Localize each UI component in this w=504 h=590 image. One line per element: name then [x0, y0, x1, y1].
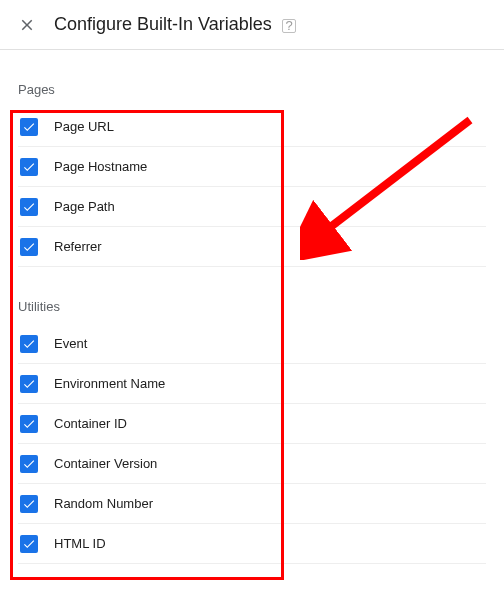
check-icon — [22, 377, 36, 391]
variable-label: Page URL — [54, 119, 114, 134]
help-icon[interactable]: ? — [282, 19, 296, 33]
dialog-title-wrap: Configure Built-In Variables ? — [54, 14, 296, 35]
variable-label: Environment Name — [54, 376, 165, 391]
checkbox-event[interactable] — [20, 335, 38, 353]
checkbox-referrer[interactable] — [20, 238, 38, 256]
check-icon — [22, 417, 36, 431]
section-header-pages: Pages — [18, 76, 486, 107]
check-icon — [22, 457, 36, 471]
close-button[interactable] — [18, 16, 36, 34]
check-icon — [22, 337, 36, 351]
check-icon — [22, 160, 36, 174]
variable-label: Random Number — [54, 496, 153, 511]
variable-row-page-hostname: Page Hostname — [18, 147, 486, 187]
variable-row-html-id: HTML ID — [18, 524, 486, 564]
close-icon — [18, 16, 36, 34]
dialog-content: Pages Page URL Page Hostname Page Path R… — [0, 50, 504, 564]
checkbox-page-url[interactable] — [20, 118, 38, 136]
checkbox-page-path[interactable] — [20, 198, 38, 216]
checkbox-environment-name[interactable] — [20, 375, 38, 393]
check-icon — [22, 120, 36, 134]
checkbox-html-id[interactable] — [20, 535, 38, 553]
variable-label: Container Version — [54, 456, 157, 471]
variable-label: Referrer — [54, 239, 102, 254]
variable-row-container-id: Container ID — [18, 404, 486, 444]
check-icon — [22, 537, 36, 551]
variable-label: Event — [54, 336, 87, 351]
variable-label: Page Path — [54, 199, 115, 214]
variable-row-event: Event — [18, 324, 486, 364]
variable-label: HTML ID — [54, 536, 106, 551]
variable-label: Container ID — [54, 416, 127, 431]
variable-row-environment-name: Environment Name — [18, 364, 486, 404]
variable-row-referrer: Referrer — [18, 227, 486, 267]
check-icon — [22, 497, 36, 511]
check-icon — [22, 200, 36, 214]
checkbox-container-version[interactable] — [20, 455, 38, 473]
checkbox-page-hostname[interactable] — [20, 158, 38, 176]
variable-row-page-url: Page URL — [18, 107, 486, 147]
variable-label: Page Hostname — [54, 159, 147, 174]
dialog-title: Configure Built-In Variables — [54, 14, 272, 34]
checkbox-container-id[interactable] — [20, 415, 38, 433]
section-header-utilities: Utilities — [18, 293, 486, 324]
checkbox-random-number[interactable] — [20, 495, 38, 513]
variable-row-container-version: Container Version — [18, 444, 486, 484]
variable-row-random-number: Random Number — [18, 484, 486, 524]
dialog-header: Configure Built-In Variables ? — [0, 0, 504, 50]
check-icon — [22, 240, 36, 254]
variable-row-page-path: Page Path — [18, 187, 486, 227]
